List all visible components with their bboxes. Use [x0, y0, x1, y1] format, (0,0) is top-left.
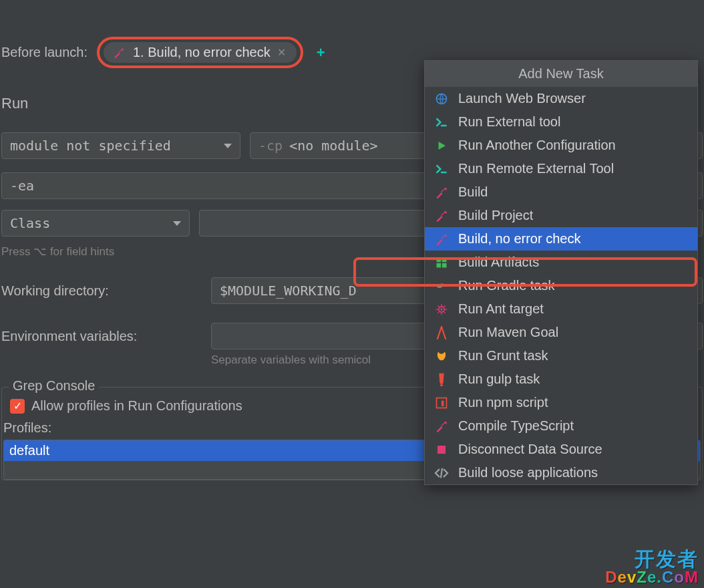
chevron-down-icon: [173, 221, 181, 226]
task-item-label: Run Remote External Tool: [458, 161, 614, 176]
terminal-icon: [434, 115, 449, 130]
task-item-run-gradle-task[interactable]: Run Gradle task: [425, 274, 697, 297]
task-item-label: Build, no error check: [458, 231, 580, 247]
allow-profiles-checkbox[interactable]: ✓: [10, 399, 25, 414]
ant-icon: [434, 302, 449, 317]
task-item-label: Run gulp task: [458, 372, 540, 387]
hammer-icon: [434, 419, 449, 434]
task-item-label: Disconnect Data Source: [458, 442, 602, 457]
task-item-label: Run Another Configuration: [458, 138, 616, 153]
cp-value: <no module>: [289, 138, 377, 154]
working-dir-label: Working directory:: [1, 283, 202, 299]
module-select-value: module not specified: [10, 138, 171, 154]
svg-line-14: [441, 468, 442, 477]
task-item-build[interactable]: Build: [425, 180, 697, 204]
task-item-run-grunt-task[interactable]: Run Grunt task: [425, 344, 697, 368]
task-item-label: Run External tool: [458, 114, 560, 130]
svg-rect-13: [437, 446, 446, 454]
task-item-label: Compile TypeScript: [458, 418, 574, 434]
task-item-label: Run npm script: [458, 395, 548, 410]
hammer-icon: [434, 185, 449, 200]
svg-marker-2: [439, 142, 446, 150]
before-launch-label: Before launch:: [1, 45, 87, 60]
task-item-disconnect-data-source[interactable]: Disconnect Data Source: [425, 438, 697, 461]
add-new-task-popup: Add New Task Launch Web BrowserRun Exter…: [424, 60, 698, 485]
task-item-label: Build Artifacts: [458, 255, 539, 270]
task-item-label: Build Project: [458, 208, 533, 223]
task-item-run-gulp-task[interactable]: Run gulp task: [425, 368, 697, 391]
task-item-label: Run Ant target: [458, 301, 544, 317]
maven-icon: [434, 325, 449, 340]
task-item-label: Run Gradle task: [458, 278, 555, 293]
gradle-icon: [434, 279, 449, 293]
task-item-compile-typescript[interactable]: Compile TypeScript: [425, 414, 697, 438]
task-item-run-maven-goal[interactable]: Run Maven Goal: [425, 321, 697, 344]
task-item-label: Run Grunt task: [458, 348, 548, 363]
allow-profiles-label: Allow profiles in Run Configurations: [31, 398, 242, 414]
main-class-kind-select[interactable]: Class: [1, 210, 190, 237]
disconnect-icon: [434, 442, 449, 457]
task-item-label: Build: [458, 184, 488, 200]
cp-prefix: -cp: [258, 138, 283, 154]
chevron-down-icon: [224, 144, 232, 148]
artifacts-icon: [434, 255, 449, 270]
play-icon: [434, 138, 449, 153]
env-vars-label: Environment variables:: [1, 329, 202, 344]
task-item-build-loose-applications[interactable]: Build loose applications: [425, 461, 697, 484]
task-item-build-no-error-check[interactable]: Build, no error check: [425, 227, 697, 251]
popup-title: Add New Task: [425, 61, 697, 87]
add-task-button[interactable]: +: [317, 44, 325, 61]
task-item-run-npm-script[interactable]: Run npm script: [425, 391, 697, 414]
task-item-build-artifacts[interactable]: Build Artifacts: [425, 251, 697, 274]
task-item-run-ant-target[interactable]: Run Ant target: [425, 297, 697, 321]
class-select-value: Class: [10, 215, 50, 231]
task-item-run-another-configuration[interactable]: Run Another Configuration: [425, 134, 697, 157]
svg-point-9: [440, 308, 442, 310]
task-item-launch-web-browser[interactable]: Launch Web Browser: [425, 87, 697, 110]
task-item-label: Launch Web Browser: [458, 91, 586, 106]
vm-options-value: -ea: [10, 178, 34, 194]
svg-rect-10: [440, 384, 443, 386]
code-icon: [434, 466, 449, 480]
task-item-run-external-tool[interactable]: Run External tool: [425, 110, 697, 134]
grunt-icon: [434, 349, 449, 363]
globe-icon: [434, 92, 449, 106]
close-icon[interactable]: ✕: [277, 46, 286, 59]
svg-rect-6: [437, 263, 442, 267]
hammer-icon: [434, 232, 449, 247]
grep-console-legend: Grep Console: [9, 378, 99, 394]
module-select[interactable]: module not specified: [1, 132, 240, 159]
task-item-label: Build loose applications: [458, 465, 598, 480]
svg-rect-4: [437, 257, 442, 262]
terminal-icon: [434, 162, 449, 176]
svg-rect-7: [442, 263, 447, 267]
before-launch-chip-highlight: 1. Build, no error check ✕: [97, 37, 303, 68]
svg-rect-12: [442, 400, 444, 406]
gulp-icon: [434, 372, 449, 387]
task-item-build-project[interactable]: Build Project: [425, 204, 697, 227]
hammer-icon: [112, 45, 126, 60]
working-dir-value: $MODULE_WORKING_D: [220, 283, 357, 299]
npm-icon: [434, 396, 449, 410]
chip-label: 1. Build, no error check: [133, 45, 271, 60]
hammer-icon: [434, 208, 449, 223]
task-item-run-remote-external-tool[interactable]: Run Remote External Tool: [425, 157, 697, 180]
svg-rect-5: [442, 257, 447, 262]
before-launch-task-chip[interactable]: 1. Build, no error check ✕: [104, 42, 297, 63]
task-item-label: Run Maven Goal: [458, 325, 558, 340]
